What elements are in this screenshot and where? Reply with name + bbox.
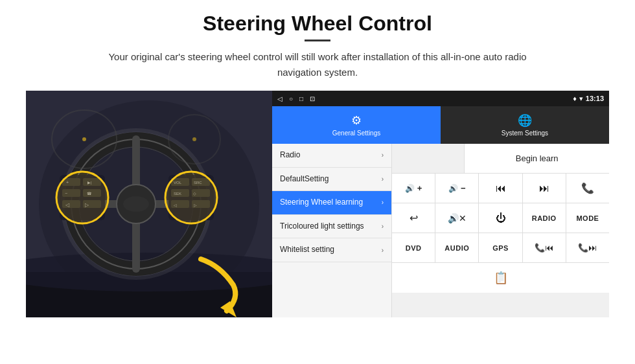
screenshot-icon: ⊡ (310, 95, 315, 102)
system-settings-icon: 🌐 (518, 113, 532, 128)
chevron-icon: › (382, 247, 384, 254)
menu-item-radio[interactable]: Radio › (272, 144, 391, 168)
radio-button[interactable]: RADIO (523, 203, 566, 233)
audio-button[interactable]: AUDIO (435, 233, 479, 262)
menu-item-steering-wheel[interactable]: Steering Wheel learning › (272, 191, 391, 215)
svg-point-42 (165, 172, 217, 223)
page-title: Steering Wheel Control (203, 12, 432, 36)
controls-row-4: DVD AUDIO GPS 📞⏮ 📞⏭ (392, 233, 609, 263)
controls-row-2: 🔊+ 🔊− ⏮ ⏭ 📞 (392, 174, 609, 203)
menu-item-radio-label: Radio (280, 150, 300, 161)
status-left-icons: ◁ ○ □ ⊡ (277, 95, 315, 102)
chevron-icon: › (382, 176, 384, 183)
blank-cell (392, 144, 465, 173)
prev-track-button[interactable]: ⏮ (479, 174, 522, 203)
controls-row-5: 📋 (392, 263, 609, 293)
general-settings-icon: ⚙ (351, 113, 362, 128)
hangup-icon: ↩ (410, 212, 418, 224)
svg-point-46 (192, 137, 196, 141)
tab-general-settings[interactable]: ⚙ General Settings (272, 106, 441, 144)
android-panel: ◁ ○ □ ⊡ ♦ ▾ 13:13 ⚙ General Settings (272, 91, 609, 317)
content-row: + ▶| − ☎ ◁ ▷ VOL SRC SEK ◇ ◁ ▷ (26, 91, 609, 317)
status-bar: ◁ ○ □ ⊡ ♦ ▾ 13:13 (272, 91, 609, 106)
tab-system-settings[interactable]: 🌐 System Settings (441, 106, 609, 144)
svg-point-45 (82, 137, 86, 141)
mode-button[interactable]: MODE (566, 203, 609, 233)
phone-icon: 📞 (581, 182, 594, 194)
begin-learn-button[interactable]: Begin learn (465, 144, 609, 173)
tab-bar: ⚙ General Settings 🌐 System Settings (272, 106, 609, 144)
next-track-button[interactable]: ⏭ (523, 174, 566, 203)
dvd-button[interactable]: DVD (392, 233, 435, 262)
signal-icon: ♦ (573, 95, 577, 102)
menu-item-tricoloured-label: Tricoloured light settings (280, 222, 364, 232)
controls-panel: Begin learn 🔊+ 🔊− ⏮ (392, 144, 609, 317)
status-time: 13:13 (586, 95, 604, 102)
vol-up-button[interactable]: 🔊+ (392, 174, 435, 203)
menu-item-whitelist-label: Whitelist setting (280, 245, 334, 255)
vol-down-icon: 🔊 (448, 184, 458, 193)
next-icon: ⏭ (539, 183, 549, 194)
list-button[interactable]: 📋 (392, 263, 609, 293)
back-icon: ◁ (277, 95, 283, 102)
svg-point-41 (56, 172, 108, 223)
mute-button[interactable]: 🔊✕ (435, 203, 479, 233)
call-prev-icon: 📞⏮ (535, 243, 553, 253)
chevron-icon: › (382, 223, 384, 230)
menu-item-default-label: DefaultSetting (280, 174, 329, 185)
svg-point-14 (123, 196, 149, 212)
chevron-icon: › (382, 152, 384, 159)
call-next-button[interactable]: 📞⏭ (566, 233, 609, 262)
hangup-button[interactable]: ↩ (392, 203, 435, 233)
main-content: Radio › DefaultSetting › Steering Wheel … (272, 144, 609, 317)
general-settings-label: General Settings (332, 130, 381, 137)
menu-item-steering-label: Steering Wheel learning (280, 198, 363, 208)
phone-button[interactable]: 📞 (566, 174, 609, 203)
car-image-section: + ▶| − ☎ ◁ ▷ VOL SRC SEK ◇ ◁ ▷ (26, 91, 272, 317)
menu-item-tricoloured[interactable]: Tricoloured light settings › (272, 215, 391, 239)
call-next-icon: 📞⏭ (578, 243, 597, 253)
prev-icon: ⏮ (496, 183, 506, 194)
list-icon: 📋 (494, 271, 508, 285)
chevron-icon: › (382, 199, 384, 206)
menu-item-whitelist[interactable]: Whitelist setting › (272, 238, 391, 262)
page-subtitle: Your original car's steering wheel contr… (91, 49, 544, 80)
mute-icon: 🔊✕ (448, 213, 467, 223)
power-icon: ⏻ (496, 212, 506, 224)
power-button[interactable]: ⏻ (479, 203, 522, 233)
recents-icon: □ (299, 95, 303, 102)
vol-down-button[interactable]: 🔊− (435, 174, 479, 203)
status-right-icons: ♦ ▾ 13:13 (573, 95, 604, 103)
menu-panel: Radio › DefaultSetting › Steering Wheel … (272, 144, 392, 317)
system-settings-label: System Settings (502, 130, 548, 137)
menu-item-default-setting[interactable]: DefaultSetting › (272, 168, 391, 192)
controls-row-1: Begin learn (392, 144, 609, 174)
home-icon: ○ (289, 95, 293, 102)
call-prev-button[interactable]: 📞⏮ (523, 233, 566, 262)
wifi-icon: ▾ (579, 95, 583, 103)
vol-up-icon: 🔊 (405, 184, 415, 193)
gps-button[interactable]: GPS (479, 233, 522, 262)
controls-row-3: ↩ 🔊✕ ⏻ RADIO MODE (392, 203, 609, 233)
title-divider (305, 40, 330, 41)
